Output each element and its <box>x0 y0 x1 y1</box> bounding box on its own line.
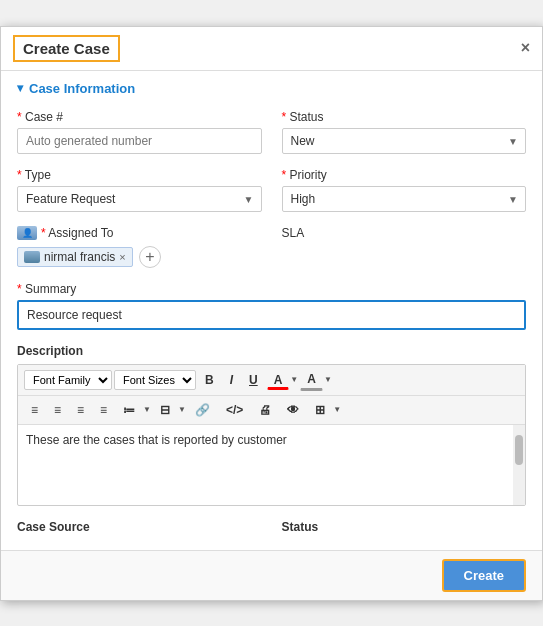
case-number-status-row: Case # Status New Open Closed Pending ▼ <box>17 110 526 154</box>
print-button[interactable]: 🖨 <box>252 400 278 420</box>
modal-footer: Create <box>1 550 542 600</box>
status-label: Status <box>282 110 527 124</box>
type-label: Type <box>17 168 262 182</box>
priority-select-wrapper: High Medium Low ▼ <box>282 186 527 212</box>
bottom-status-label: Status <box>282 520 319 534</box>
type-select-wrapper: Feature Request Bug Support ▼ <box>17 186 262 212</box>
code-button[interactable]: </> <box>219 400 250 420</box>
bottom-row: Case Source Status <box>17 520 526 534</box>
case-number-input[interactable] <box>17 128 262 154</box>
case-number-col: Case # <box>17 110 262 154</box>
font-color-arrow-icon: ▼ <box>290 375 298 384</box>
create-case-modal: Create Case × ▾ Case Information Case # … <box>0 26 543 601</box>
font-size-select[interactable]: Font Sizes <box>114 370 196 390</box>
preview-button[interactable]: 👁 <box>280 400 306 420</box>
remove-user-button[interactable]: × <box>119 251 125 263</box>
user-tag: nirmal francis × <box>17 247 133 267</box>
font-family-select-wrapper[interactable]: Font Family <box>24 370 112 390</box>
priority-label: Priority <box>282 168 527 182</box>
editor-content-area[interactable]: These are the cases that is reported by … <box>18 425 525 505</box>
modal-body: ▾ Case Information Case # Status New Ope… <box>1 71 542 550</box>
highlight-button[interactable]: A <box>300 369 323 391</box>
sla-label: SLA <box>282 226 527 240</box>
numbered-arrow-icon: ▼ <box>178 405 186 414</box>
modal-title: Create Case <box>13 35 120 62</box>
highlight-arrow-icon: ▼ <box>324 375 332 384</box>
bullet-list-wrapper[interactable]: ≔ ▼ <box>116 400 151 420</box>
numbered-list-button[interactable]: ⊟ <box>153 400 177 420</box>
status-col: Status New Open Closed Pending ▼ <box>282 110 527 154</box>
case-number-label: Case # <box>17 110 262 124</box>
italic-button[interactable]: I <box>223 370 240 390</box>
summary-input[interactable] <box>17 300 526 330</box>
bold-button[interactable]: B <box>198 370 221 390</box>
bullet-arrow-icon: ▼ <box>143 405 151 414</box>
user-tag-name: nirmal francis <box>44 250 115 264</box>
assigned-to-label-row: 👤 Assigned To <box>17 226 254 240</box>
font-family-select[interactable]: Font Family <box>24 370 112 390</box>
status-select[interactable]: New Open Closed Pending <box>282 128 527 154</box>
assigned-to-label-text: Assigned To <box>41 226 114 240</box>
type-select[interactable]: Feature Request Bug Support <box>17 186 262 212</box>
highlight-wrapper[interactable]: A ▼ <box>300 369 332 391</box>
underline-button[interactable]: U <box>242 370 265 390</box>
justify-button[interactable]: ≡ <box>93 400 114 420</box>
editor-text: These are the cases that is reported by … <box>26 433 287 447</box>
sla-col: SLA <box>282 226 527 244</box>
description-section: Description Font Family Font Sizes B I <box>17 344 526 506</box>
align-right-button[interactable]: ≡ <box>70 400 91 420</box>
font-color-wrapper[interactable]: A ▼ <box>267 370 299 390</box>
rich-text-editor: Font Family Font Sizes B I U A ▼ <box>17 364 526 506</box>
table-wrapper[interactable]: ⊞ ▼ <box>308 400 341 420</box>
bottom-status-col: Status <box>282 520 527 534</box>
status-select-wrapper: New Open Closed Pending ▼ <box>282 128 527 154</box>
editor-content-wrapper: These are the cases that is reported by … <box>18 425 525 505</box>
toolbar-row2: ≡ ≡ ≡ ≡ ≔ ▼ ⊟ ▼ 🔗 </> 🖨 👁 <box>18 396 525 425</box>
user-avatar-icon <box>24 251 40 263</box>
case-source-label: Case Source <box>17 520 90 534</box>
summary-section: Summary <box>17 282 526 330</box>
summary-label: Summary <box>17 282 526 296</box>
section-title: Case Information <box>29 81 135 96</box>
close-button[interactable]: × <box>521 39 530 57</box>
editor-scrollbar[interactable] <box>513 425 525 505</box>
assigned-to-icon: 👤 <box>17 226 37 240</box>
modal-header: Create Case × <box>1 27 542 71</box>
link-button[interactable]: 🔗 <box>188 400 217 420</box>
assigned-to-section: 👤 Assigned To nirmal francis × + <box>17 226 262 268</box>
font-size-select-wrapper[interactable]: Font Sizes <box>114 370 196 390</box>
type-priority-row: Type Feature Request Bug Support ▼ Prior… <box>17 168 526 212</box>
add-user-button[interactable]: + <box>139 246 161 268</box>
chevron-down-icon: ▾ <box>17 81 23 95</box>
table-button[interactable]: ⊞ <box>308 400 332 420</box>
priority-select[interactable]: High Medium Low <box>282 186 527 212</box>
table-arrow-icon: ▼ <box>333 405 341 414</box>
align-left-button[interactable]: ≡ <box>24 400 45 420</box>
assigned-sla-row: 👤 Assigned To nirmal francis × + SLA <box>17 226 526 268</box>
bullet-list-button[interactable]: ≔ <box>116 400 142 420</box>
case-source-col: Case Source <box>17 520 262 534</box>
numbered-list-wrapper[interactable]: ⊟ ▼ <box>153 400 186 420</box>
create-button[interactable]: Create <box>442 559 526 592</box>
tag-container: nirmal francis × + <box>17 246 262 268</box>
priority-col: Priority High Medium Low ▼ <box>282 168 527 212</box>
type-col: Type Feature Request Bug Support ▼ <box>17 168 262 212</box>
align-center-button[interactable]: ≡ <box>47 400 68 420</box>
toolbar-row1: Font Family Font Sizes B I U A ▼ <box>18 365 525 396</box>
font-color-button[interactable]: A <box>267 370 290 390</box>
section-header: ▾ Case Information <box>17 81 526 96</box>
description-label: Description <box>17 344 526 358</box>
scrollbar-thumb <box>515 435 523 465</box>
